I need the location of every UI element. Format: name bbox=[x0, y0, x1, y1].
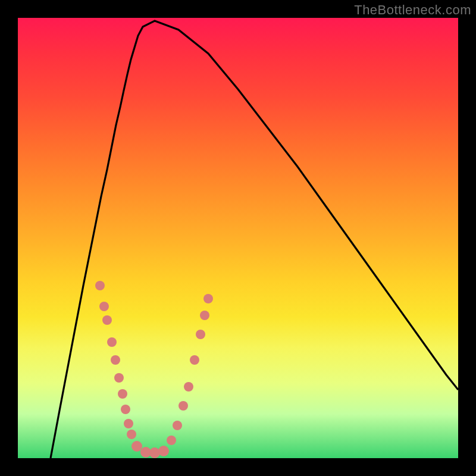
curve-marker bbox=[184, 382, 193, 392]
curve-marker bbox=[121, 405, 130, 414]
curve-marker bbox=[178, 401, 188, 411]
curve-marker bbox=[107, 337, 117, 347]
watermark-text: TheBottleneck.com bbox=[354, 2, 471, 18]
curve-marker bbox=[95, 281, 105, 290]
curve-marker bbox=[167, 436, 176, 445]
bottleneck-curve-path bbox=[51, 21, 458, 458]
curve-marker bbox=[102, 315, 112, 325]
curve-marker bbox=[111, 355, 120, 365]
chart-svg bbox=[18, 18, 458, 458]
curve-marker bbox=[196, 330, 205, 339]
curve-marker bbox=[114, 373, 124, 383]
curve-marker bbox=[124, 419, 133, 428]
outer-frame: TheBottleneck.com bbox=[0, 0, 476, 476]
curve-marker bbox=[99, 302, 109, 311]
curve-markers bbox=[95, 281, 213, 458]
curve-marker bbox=[131, 441, 142, 452]
curve-marker bbox=[118, 389, 127, 399]
curve-marker bbox=[149, 447, 160, 458]
curve-marker bbox=[173, 421, 182, 430]
curve-marker bbox=[127, 430, 136, 439]
curve-marker bbox=[158, 446, 169, 456]
curve-marker bbox=[203, 294, 213, 303]
curve-marker bbox=[200, 311, 209, 320]
plot-area bbox=[18, 18, 458, 458]
curve-marker bbox=[190, 355, 199, 365]
